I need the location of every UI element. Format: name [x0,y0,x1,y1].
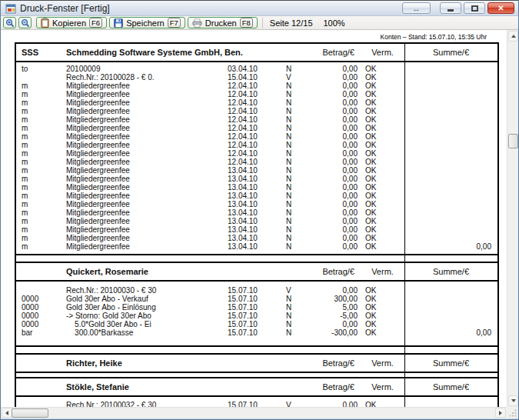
section-title: Schmedding Software Systeme GmbH, Ben. [66,48,303,57]
cell-tag: m [16,192,66,200]
title-bar[interactable]: Druck-Fenster [Fertig] ↔ ✕ [1,1,518,16]
cell-desc: Mitgliedergreenfee [66,242,228,251]
cell-date: 13.04.10 [228,217,281,225]
cell-amount: 0,00 [303,242,361,251]
report-page: Konten – Stand: 15.07.10, 15:35 Uhr SSSS… [1,30,507,407]
report-table: SSSSchmedding Software Systeme GmbH, Ben… [15,42,499,407]
cell-date: 12.04.10 [228,124,281,132]
vertical-scroll-thumb[interactable] [508,134,518,148]
cell-desc: Rech.Nr.: 20100030 - € 30 [66,286,228,295]
cell-amount: 0,00 [303,225,361,234]
cell-amount: 0,00 [303,82,361,90]
section-body: to2010000903.04.10N0,00OKRech.Nr.: 20100… [16,62,497,255]
resize-grip-icon[interactable] [509,409,517,417]
cell-tag: m [16,158,66,166]
cell-summe [404,217,497,225]
cell-amount: 0,00 [303,208,361,217]
cell-tag: m [16,132,66,141]
cell-flag: V [281,401,303,407]
cell-flag: N [281,149,303,158]
cell-tag: 0000 [16,320,66,328]
cell-tag: m [16,208,66,217]
cell-flag: N [281,115,303,124]
scroll-down-button[interactable] [508,395,518,406]
table-row: mMitgliedergreenfee13.04.10N0,00OK [16,225,497,234]
close-button[interactable]: ✕ [487,2,514,14]
copy-button[interactable]: Kopieren F6 [36,17,107,28]
scroll-right-button[interactable] [495,408,506,418]
col-header-summe: Summe/€ [404,358,497,368]
print-key-badge: F8 [240,18,253,28]
cell-verm: OK [361,124,404,132]
cell-amount: 0,00 [303,320,361,328]
print-button[interactable]: Drucken F8 [188,17,258,28]
cell-date: 12.04.10 [228,82,281,90]
cell-verm: OK [361,401,404,407]
save-button[interactable]: Speichern F7 [109,17,185,28]
cell-desc: Mitgliedergreenfee [66,132,228,141]
cell-desc: Mitgliedergreenfee [66,90,228,98]
table-row: mMitgliedergreenfee13.04.10N0,00OK [16,175,497,183]
cell-summe [404,166,497,175]
cell-amount: 0,00 [303,286,361,295]
cell-flag: N [281,312,303,320]
cell-summe [404,225,497,234]
maximize-button[interactable] [464,2,485,14]
cell-date: 15.07.10 [228,295,281,303]
cell-desc: Mitgliedergreenfee [66,115,228,124]
report-status-line: Konten – Stand: 15.07.10, 15:35 Uhr [381,33,487,41]
cell-verm: OK [361,175,404,183]
print-preview-window: Druck-Fenster [Fertig] ↔ ✕ [0,0,519,420]
cell-flag: N [281,141,303,149]
zoom-out-button[interactable] [18,17,32,28]
section-header: Quickert, RosemarieBetrag/€Verm.Summe/€ [16,262,497,282]
pan-button[interactable]: ↔ [402,2,431,14]
cell-flag: N [281,295,303,303]
table-row: Rech.Nr.: 20100030 - € 3015.07.10V0,00OK [16,286,497,295]
cell-summe [404,149,497,158]
table-row: mMitgliedergreenfee12.04.10N0,00OK [16,90,497,98]
vertical-scrollbar[interactable] [507,30,518,407]
zoom-in-button[interactable] [3,17,16,28]
cell-desc: Gold 30er Abo - Einlösung [66,303,228,312]
cell-summe [404,183,497,192]
minimize-button[interactable] [440,2,461,14]
horizontal-scroll-thumb[interactable] [12,408,48,418]
cell-amount: 0,00 [303,124,361,132]
cell-flag: N [281,65,303,73]
cell-amount: 0,00 [303,183,361,192]
cell-verm: OK [361,208,404,217]
cell-flag: N [281,328,303,337]
col-header-betrag: Betrag/€ [303,358,361,368]
cell-desc: -> Storno: Gold 30er Abo [66,312,228,320]
cell-flag: N [281,175,303,183]
maximize-icon [471,5,478,12]
zoom-level-label: 100% [324,18,345,28]
app-icon [5,3,16,14]
save-label: Speichern [126,18,165,28]
table-row: mMitgliedergreenfee13.04.10N0,00OK0,00 [16,242,497,251]
double-horizontal-arrow-icon: ↔ [412,4,421,13]
cell-amount: 5,00 [303,303,361,312]
scroll-left-button[interactable] [2,408,12,418]
scroll-up-button[interactable] [508,31,518,42]
cell-verm: OK [361,183,404,192]
table-row: mMitgliedergreenfee13.04.10N0,00OK [16,234,497,242]
scrollbar-corner [507,407,518,418]
table-row: Rech.Nr.: 20100032 - € 3015.07.10V0,00OK [16,401,497,407]
cell-flag: N [281,208,303,217]
cell-tag: bar [16,328,66,337]
cell-tag: m [16,166,66,175]
cell-amount: 0,00 [303,175,361,183]
cell-date: 15.07.10 [228,312,281,320]
cell-amount: 0,00 [303,90,361,98]
cell-amount: 0,00 [303,141,361,149]
horizontal-scrollbar[interactable] [1,407,507,418]
cell-date: 15.07.10 [228,320,281,328]
cell-date: 13.04.10 [228,234,281,242]
col-header-verm: Verm. [361,48,404,57]
cell-desc: Mitgliedergreenfee [66,166,228,175]
table-row: 0000-> Storno: Gold 30er Abo15.07.10N-5,… [16,312,497,320]
section-tag-label: SSS [16,48,66,57]
cell-summe [404,90,497,98]
